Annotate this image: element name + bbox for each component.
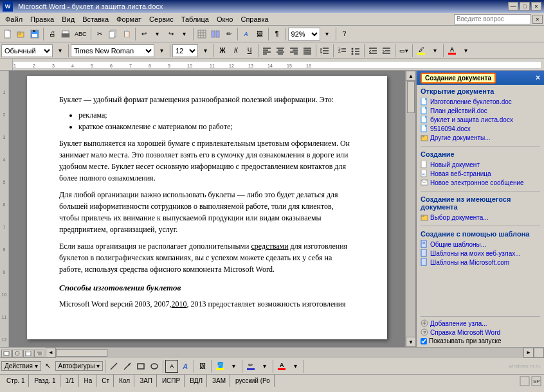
view-web-tab[interactable] [12, 350, 23, 357]
help-button[interactable]: ? [338, 28, 351, 40]
web-templates-link[interactable]: Шаблоны на моих веб-узлах... [421, 249, 540, 258]
style-dropdown[interactable]: ▾ [53, 44, 66, 57]
other-docs-link[interactable]: Другие документы... [421, 133, 540, 142]
font-select[interactable]: Times New Roman [71, 44, 154, 57]
close-button[interactable]: × [531, 2, 541, 11]
highlight-button[interactable]: 🖊 [415, 44, 428, 57]
hscroll-thumb[interactable] [56, 349, 107, 357]
menu-edit[interactable]: Правка [26, 14, 58, 24]
insert-table-button[interactable] [195, 28, 208, 40]
show-hide-button[interactable]: ¶ [271, 28, 284, 40]
menu-table[interactable]: Таблица [177, 14, 213, 24]
actions-menu[interactable]: Действия ▾ [1, 361, 41, 371]
numbering-button[interactable]: 1.2. [336, 44, 349, 57]
scroll-up-button[interactable]: ▲ [406, 71, 416, 81]
hscroll-right-button[interactable]: ► [523, 348, 534, 358]
redo-button[interactable]: ↪ [165, 28, 177, 40]
justify-button[interactable] [301, 44, 314, 57]
document-scroll-area[interactable]: Буклет — удобный формат размещения разно… [9, 71, 405, 347]
menu-window[interactable]: Окно [213, 14, 237, 24]
bullets-button[interactable] [349, 44, 362, 57]
insert-image-button[interactable]: 🖼 [253, 28, 266, 40]
align-center-button[interactable] [274, 44, 287, 57]
textbox-tool[interactable]: A [165, 360, 178, 373]
show-at-start-checkbox[interactable] [421, 338, 427, 344]
zoom-dropdown[interactable]: ▾ [321, 28, 334, 40]
autoshapes-menu[interactable]: Автофигуры ▾ [55, 361, 104, 371]
wordart-tool[interactable]: A [179, 360, 192, 373]
font-color-draw-dropdown[interactable]: ▾ [289, 360, 302, 373]
hscroll-left-button[interactable]: ◄ [46, 348, 56, 358]
line-tool[interactable] [107, 360, 120, 373]
scroll-thumb[interactable] [407, 81, 415, 113]
undo-dropdown[interactable]: ▾ [151, 28, 164, 40]
italic-button[interactable]: К [230, 44, 242, 57]
print-button[interactable]: 🖨 [46, 28, 59, 40]
size-dropdown[interactable]: ▾ [199, 44, 212, 57]
font-color-dropdown[interactable]: ▾ [459, 44, 472, 57]
font-color-button[interactable]: A [446, 44, 458, 57]
menu-tools[interactable]: Сервис [145, 14, 177, 24]
style-select[interactable]: Обычный [1, 44, 53, 57]
line-spacing-button[interactable] [318, 44, 331, 57]
fill-color-dropdown[interactable]: ▾ [227, 360, 240, 373]
cut-button[interactable]: ✂ [93, 28, 106, 40]
print-preview-button[interactable] [59, 28, 72, 40]
new-email-link[interactable]: Новое электронное сообщение [421, 178, 540, 187]
align-left-button[interactable] [260, 44, 273, 57]
new-button[interactable] [1, 28, 14, 40]
menu-help[interactable]: Справка [237, 14, 272, 24]
panel-close-button[interactable]: × [536, 73, 540, 82]
copy-button[interactable] [107, 28, 120, 40]
add-node-link[interactable]: Добавление узла... [421, 319, 540, 328]
draw-table-button[interactable]: ✏ [222, 28, 235, 40]
view-print-tab[interactable] [23, 350, 33, 357]
arrow-tool[interactable] [121, 360, 134, 373]
search-input[interactable] [454, 14, 531, 24]
decrease-indent-button[interactable] [367, 44, 379, 57]
size-select[interactable]: 12 [172, 44, 198, 57]
choose-doc-link[interactable]: Выбор документа... [421, 213, 540, 222]
new-web-link[interactable]: w Новая веб-страница [421, 169, 540, 178]
recent-doc-1[interactable]: Изготовление буклетов.doc [421, 97, 540, 106]
scroll-down-button[interactable]: ▼ [406, 337, 416, 347]
underline-button[interactable]: Ч [243, 44, 256, 57]
ellipse-tool[interactable] [148, 360, 161, 373]
new-doc-link[interactable]: Новый документ [421, 160, 540, 169]
menu-file[interactable]: Файл [1, 14, 26, 24]
border-button[interactable]: ▭▾ [397, 44, 410, 57]
menu-insert[interactable]: Вставка [78, 14, 113, 24]
recent-doc-2[interactable]: План действий.doc [421, 106, 540, 115]
ms-templates-link[interactable]: Шаблоны на Microsoft.com [421, 258, 540, 267]
spell-button[interactable]: ABC [73, 28, 89, 40]
help-close-button[interactable]: × [532, 15, 543, 24]
line-color-tool[interactable]: ✏ [244, 360, 257, 373]
rect-tool[interactable] [134, 360, 147, 373]
line-color-dropdown[interactable]: ▾ [258, 360, 271, 373]
undo-button[interactable]: ↩ [138, 28, 150, 40]
show-at-start-checkbox-row[interactable]: Показывать при запуске [421, 337, 540, 345]
highlight-dropdown[interactable]: ▾ [428, 44, 441, 57]
clipart-tool[interactable]: 🖼 [196, 360, 209, 373]
increase-indent-button[interactable] [380, 44, 393, 57]
word-art-button[interactable]: A [240, 28, 253, 40]
fill-color-tool[interactable]: 🪣 [213, 360, 226, 373]
select-tool[interactable]: ↖ [42, 360, 55, 373]
minimize-button[interactable]: — [508, 2, 518, 11]
maximize-button[interactable]: □ [520, 2, 530, 11]
bold-button[interactable]: Ж [216, 44, 229, 57]
font-color-draw-tool[interactable]: A [275, 360, 288, 373]
view-normal-tab[interactable] [1, 350, 12, 357]
save-button[interactable] [28, 28, 41, 40]
recent-doc-4[interactable]: 9516094.docx [421, 124, 540, 133]
open-button[interactable] [15, 28, 28, 40]
paste-button[interactable]: 📋 [120, 28, 133, 40]
menu-view[interactable]: Вид [58, 14, 78, 24]
general-templates-link[interactable]: Общие шаблоны... [421, 240, 540, 249]
font-dropdown[interactable]: ▾ [155, 44, 168, 57]
align-right-button[interactable] [287, 44, 300, 57]
help-link[interactable]: ? Справка Microsoft Word [421, 328, 540, 337]
redo-dropdown[interactable]: ▾ [178, 28, 191, 40]
recent-doc-3[interactable]: буклет и защита листа.docx [421, 115, 540, 124]
view-outline-tab[interactable] [34, 350, 44, 357]
